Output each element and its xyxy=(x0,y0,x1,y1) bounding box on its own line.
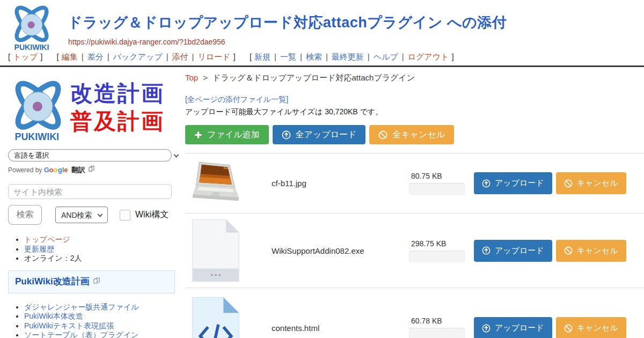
nav-link-top[interactable]: トップ xyxy=(13,52,38,61)
ban-icon xyxy=(564,246,573,255)
cancel-button[interactable]: キャンセル xyxy=(556,317,626,338)
sidebar-link-sort-table[interactable]: ソートテーブル（表）プラグイン xyxy=(24,330,138,338)
upload-progress-bar xyxy=(409,183,465,195)
row-actions: アップロード キャンセル xyxy=(474,317,626,338)
generic-file-icon xyxy=(190,218,241,283)
nav-link-reload[interactable]: リロード xyxy=(197,52,230,61)
sidebar-heading-box: PukiWiki改造計画 xyxy=(8,270,175,293)
nav-group-site-actions: [新規|一覧|検索|最終更新|ヘルプ|ログアウト] xyxy=(247,52,457,61)
ban-icon xyxy=(564,179,573,188)
nav-link-new[interactable]: 新規 xyxy=(254,52,270,61)
file-thumbnail-laptop: b11 xyxy=(189,160,241,207)
translate-link[interactable]: 翻訳 xyxy=(71,166,85,174)
google-logo: Google xyxy=(44,166,68,174)
file-icon-cell xyxy=(189,218,241,283)
sidebar-link-history[interactable]: 更新履歴 xyxy=(24,245,54,253)
svg-text:PUKIWIKI: PUKIWIKI xyxy=(14,131,59,142)
svg-text:PUKIWIKI: PUKIWIKI xyxy=(14,43,49,52)
file-size: 80.75 KB xyxy=(411,172,465,180)
add-files-button[interactable]: ファイル追加 xyxy=(185,125,269,144)
ban-icon xyxy=(378,130,387,139)
pukiwiki-atom-logo[interactable]: PUKIWIKI xyxy=(6,3,57,54)
file-size: 298.75 KB xyxy=(411,239,465,248)
nav-link-diff[interactable]: 差分 xyxy=(87,52,104,61)
file-row: b11 cf-b11.jpg 80.75 KB アップロード キャンセル xyxy=(185,153,644,213)
sidebar-top-links: トップページ 更新履歴 オンライン：2人 xyxy=(24,235,184,263)
upload-button[interactable]: アップロード xyxy=(474,317,552,338)
list-item: ソートテーブル（表）プラグイン xyxy=(24,330,185,338)
breadcrumb-separator: > xyxy=(203,73,208,82)
cancel-button[interactable]: キャンセル xyxy=(556,172,626,194)
sidebar-link-text-ext[interactable]: PukiWikiテキスト表現拡張 xyxy=(24,321,114,330)
max-upload-size-text: アップロード可能最大ファイルサイズは 30,720KB です。 xyxy=(185,107,644,117)
nav-link-help[interactable]: ヘルプ xyxy=(374,52,398,61)
ban-icon xyxy=(564,324,573,333)
search-mode-wrap: AND検索 xyxy=(55,207,108,223)
sidebar-main-links: ダジャレンジャー版共通ファイル PukiWiki本体改造 PukiWikiテキス… xyxy=(24,303,185,338)
sidebar-link-toppage[interactable]: トップページ xyxy=(24,235,70,244)
chevron-down-icon xyxy=(174,152,179,157)
nav-group-page-actions: [編集|差分|バックアップ|添付|リロード] xyxy=(54,52,240,61)
arrow-circle-up-icon xyxy=(482,324,491,333)
nav-link-attach[interactable]: 添付 xyxy=(172,52,188,61)
language-select[interactable]: 言語を選択 xyxy=(8,149,172,161)
top-navigation: [トップ] [編集|差分|バックアップ|添付|リロード] [新規|一覧|検索|最… xyxy=(0,52,644,67)
file-size-cell: 60.78 KB xyxy=(409,317,465,338)
row-actions: アップロード キャンセル xyxy=(474,240,626,262)
nav-link-backup[interactable]: バックアップ xyxy=(113,52,163,61)
wiki-syntax-label: Wiki構文 xyxy=(135,209,169,221)
page-title: ドラッグ＆ドロップアップロード対応attachプラグイン への添付 xyxy=(68,13,507,32)
wiki-syntax-checkbox[interactable] xyxy=(120,210,130,221)
file-size: 60.78 KB xyxy=(411,317,465,325)
sidebar-link-core-mod[interactable]: PukiWiki本体改造 xyxy=(24,312,83,320)
list-item: オンライン：2人 xyxy=(24,254,184,263)
file-row: WikiSupportAddin082.exe 298.75 KB アップロード… xyxy=(185,213,644,288)
logo-line-fukyuu: 普及計画 xyxy=(70,107,165,135)
external-link-icon xyxy=(93,277,100,284)
nav-link-recent[interactable]: 最終更新 xyxy=(332,52,364,61)
upload-all-button[interactable]: 全アップロード xyxy=(273,125,366,144)
online-count: オンライン：2人 xyxy=(24,254,82,262)
cancel-all-button[interactable]: 全キャンセル xyxy=(369,125,454,144)
main-content: Top>ドラッグ＆ドロップアップロード対応attachプラグイン [全ページの添… xyxy=(185,70,644,338)
upload-button[interactable]: アップロード xyxy=(474,240,552,262)
row-actions: アップロード キャンセル xyxy=(474,172,626,194)
cancel-button[interactable]: キャンセル xyxy=(556,240,626,262)
language-select-wrap: 言語を選択 xyxy=(8,149,184,161)
file-name: WikiSupportAddin082.exe xyxy=(272,246,409,255)
breadcrumb-home-link[interactable]: Top xyxy=(185,73,198,82)
logo-line-kaizou: 改造計画 xyxy=(70,79,165,107)
file-icon-cell xyxy=(189,296,241,338)
search-mode-select[interactable]: AND検索 xyxy=(55,207,108,223)
file-name: cf-b11.jpg xyxy=(272,179,409,188)
search-button[interactable]: 検索 xyxy=(8,205,42,225)
sidebar-link-common-files[interactable]: ダジャレンジャー版共通ファイル xyxy=(24,303,139,311)
list-item: PukiWikiテキスト表現拡張 xyxy=(24,321,185,330)
arrow-circle-up-icon xyxy=(482,246,491,255)
arrow-circle-up-icon xyxy=(482,179,491,188)
search-controls: 検索 AND検索 Wiki構文 xyxy=(8,205,184,225)
breadcrumb: Top>ドラッグ＆ドロップアップロード対応attachプラグイン xyxy=(185,70,644,83)
external-link-icon xyxy=(89,166,94,172)
all-attachments-link[interactable]: [全ページの添付ファイル一覧] xyxy=(185,95,288,105)
upload-toolbar: ファイル追加 全アップロード 全キャンセル xyxy=(185,125,644,144)
sidebar: PUKIWIKI 改造計画 普及計画 言語を選択 Powered by Goog… xyxy=(8,74,184,338)
atom-icon: PUKIWIKI xyxy=(6,3,57,52)
upload-progress-bar xyxy=(409,328,465,338)
upload-button[interactable]: アップロード xyxy=(474,172,552,194)
google-translate-attribution: Powered by Google 翻訳 xyxy=(8,165,184,175)
site-search-input[interactable] xyxy=(8,184,172,199)
plus-icon xyxy=(194,131,202,139)
sidebar-heading-link[interactable]: PukiWiki改造計画 xyxy=(15,276,90,286)
atom-icon: PUKIWIKI xyxy=(8,74,68,144)
upload-file-list: b11 cf-b11.jpg 80.75 KB アップロード キャンセル xyxy=(185,153,644,338)
nav-link-search[interactable]: 検索 xyxy=(306,52,322,61)
nav-link-edit[interactable]: 編集 xyxy=(62,52,78,61)
nav-link-logout[interactable]: ログアウト xyxy=(408,52,449,61)
nav-link-list[interactable]: 一覧 xyxy=(280,52,296,61)
pukiwiki-attach-page: PUKIWIKI ドラッグ＆ドロップアップロード対応attachプラグイン への… xyxy=(0,0,644,338)
file-name: contents.html xyxy=(272,324,409,333)
sidebar-site-logo[interactable]: PUKIWIKI 改造計画 普及計画 xyxy=(8,74,184,145)
page-url[interactable]: https://pukiwiki.dajya-ranger.com/?1bd2d… xyxy=(68,38,225,46)
file-size-cell: 298.75 KB xyxy=(409,239,465,262)
